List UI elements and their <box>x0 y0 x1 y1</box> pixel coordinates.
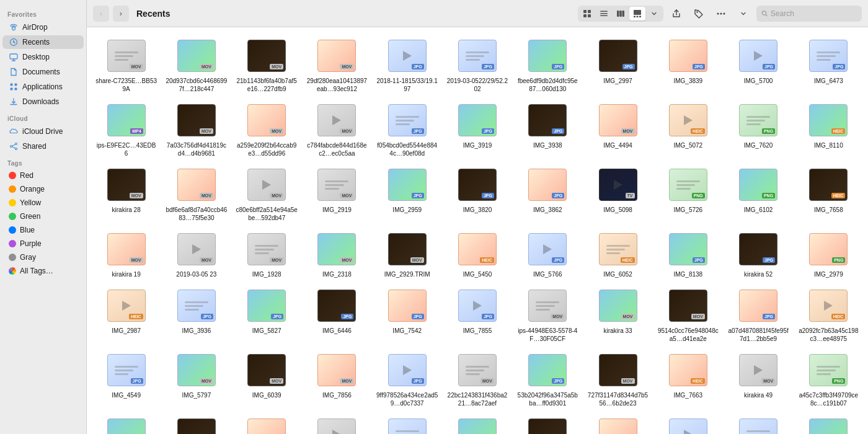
list-item[interactable]: JPG IMG_5700 <box>724 33 792 95</box>
list-item[interactable]: JPG IMG_3820 <box>443 162 512 224</box>
list-item[interactable]: JPG IMG_5709 <box>373 412 441 434</box>
gallery-view-button[interactable] <box>629 7 645 20</box>
list-item[interactable]: PNG a45c7c3ffb3f49709ce8c…c191b07 <box>794 348 863 410</box>
list-item[interactable]: MOV share-C7235E…BB539A <box>92 33 161 95</box>
sidebar-item-desktop[interactable]: Desktop <box>2 50 84 64</box>
list-item[interactable]: MOV 2019-03-05 23 <box>162 227 231 281</box>
list-item[interactable]: MOV IMG_5797 <box>162 348 231 410</box>
list-item[interactable]: HEIC IMG_5072 <box>653 98 722 160</box>
sidebar-item-all-tags[interactable]: All Tags… <box>2 265 84 277</box>
list-item[interactable]: HEIC IMG_6052 <box>583 227 652 281</box>
sidebar-item-shared[interactable]: Shared <box>2 140 84 153</box>
sidebar-item-downloads[interactable]: Downloads <box>2 95 84 108</box>
list-item[interactable]: PNG IMG_5726 <box>653 162 722 224</box>
list-item[interactable]: HEIC IMG_7663 <box>653 348 722 410</box>
list-item[interactable]: MOV 7a03c756df4d41819cd4…d4b9681 <box>162 98 231 160</box>
list-item[interactable]: JPG 99FADCC8-1C25-432D-…6A81A4B <box>653 412 722 434</box>
more-chevron-button[interactable] <box>734 6 753 22</box>
list-item[interactable]: JPG IMG_3938 <box>513 98 582 160</box>
sidebar-item-tag-orange[interactable]: Orange <box>2 183 84 195</box>
list-item[interactable]: MOV IMG_7895 <box>583 412 652 434</box>
list-item[interactable]: MOV c80e6bff2a514e94a5ebe…592db47 <box>232 162 301 224</box>
list-item[interactable]: MOV IMG_4494 <box>583 98 652 160</box>
more-options-button[interactable] <box>712 6 730 22</box>
list-item[interactable]: JPG a07d4870881f45fe95f7d1…2bb5e9 <box>724 283 792 345</box>
list-item[interactable]: MOV IMG_2318 <box>303 227 371 281</box>
list-item[interactable]: TV IMG_5098 <box>583 162 652 224</box>
list-item[interactable]: JPG IMG_8138 <box>653 227 722 281</box>
search-input[interactable] <box>771 9 857 18</box>
list-item[interactable]: JPG IMG_7844 <box>513 412 582 434</box>
list-item[interactable]: MOV kirakira 49 <box>724 348 792 410</box>
sidebar-item-icloud-drive[interactable]: iCloud Drive <box>2 125 84 138</box>
list-item[interactable]: MOV kirakira 28 <box>92 162 161 224</box>
list-item[interactable]: PNG IMG_6102 <box>724 162 792 224</box>
list-item[interactable]: JPG IMG_5827 <box>232 283 301 345</box>
list-item[interactable]: JPG fbee6df9db2d4dfc95e87…060d130 <box>513 33 582 95</box>
view-options-dropdown-button[interactable] <box>646 7 662 20</box>
list-item[interactable]: HEIC IMG_5450 <box>443 227 512 281</box>
list-item[interactable]: MOV c784fabcde844d168ec2…ec0c5aa <box>303 98 371 160</box>
list-item[interactable]: MOV IMG_2929.TRIM <box>373 227 441 281</box>
icon-view-button[interactable] <box>579 7 595 20</box>
list-item[interactable]: JPG IMG_7542 <box>373 283 441 345</box>
list-item[interactable]: MOV a259e209f2b64ccab9e3…d55dd96 <box>232 98 301 160</box>
list-item[interactable]: JPG 2019-03-0522/29/52.202 <box>443 33 512 95</box>
list-item[interactable]: JPG IMG_3936 <box>162 283 231 345</box>
list-item[interactable]: HEIC IMG_8110 <box>794 98 863 160</box>
list-item[interactable]: MOV 9514c0cc76e948048ca5…d41ea2e <box>653 283 722 345</box>
list-item[interactable]: MOV IMG_3154.TRIM <box>303 412 371 434</box>
list-item[interactable]: JPG IMG_6446 <box>303 283 371 345</box>
list-item[interactable]: JPG IMG_5766 <box>513 227 582 281</box>
list-view-button[interactable] <box>596 7 612 20</box>
list-item[interactable]: JPG IMG_4549 <box>92 348 161 410</box>
sidebar-item-tag-gray[interactable]: Gray <box>2 251 84 264</box>
list-item[interactable]: JPG IMG_2997 <box>583 33 652 95</box>
list-item[interactable]: MP4 ips-E9FE2C…43EDB6 <box>92 98 161 160</box>
list-item[interactable]: MOV IMG_7833 <box>443 412 512 434</box>
list-item[interactable]: PNG IMG_7620 <box>724 98 792 160</box>
list-item[interactable]: MOV IMG_2929 <box>232 412 301 434</box>
list-item[interactable]: JPG e7b61b3407884bf497b52…2da81b <box>162 412 231 434</box>
forward-button[interactable]: › <box>113 6 129 22</box>
list-item[interactable]: JPG 2018-11-1815/33/19.197 <box>373 33 441 95</box>
share-button[interactable] <box>667 6 686 22</box>
list-item[interactable]: MOV IMG_6039 <box>232 348 301 410</box>
list-item[interactable]: JPG IMG_7855 <box>443 283 512 345</box>
list-item[interactable]: MOV 29df280eaa10413897eab…93ec912 <box>303 33 371 95</box>
list-item[interactable]: MOV ips-44948E63-5578-4F…30F05CF <box>513 283 582 345</box>
back-button[interactable]: ‹ <box>93 6 109 22</box>
list-item[interactable]: JPG IMG_2959 <box>373 162 441 224</box>
list-item[interactable]: MOV bdf6e6af8d7a40ccb4683…75f5e30 <box>162 162 231 224</box>
list-item[interactable]: JPG IMG_3919 <box>443 98 512 160</box>
sidebar-item-recents[interactable]: Recents <box>2 35 84 49</box>
list-item[interactable]: JPG f054bcd0ed5544e8844c…90ef08d <box>373 98 441 160</box>
list-item[interactable]: HEIC a2092fc7b63a45c198c3…ee48975 <box>794 283 863 345</box>
list-item[interactable]: HEIC c223b3b8ad11442f8c28…7328d04 <box>92 412 161 434</box>
list-item[interactable]: MOV kirakira 33 <box>583 283 652 345</box>
list-item[interactable]: MOV IMG_1928 <box>232 227 301 281</box>
list-item[interactable]: HEIC IMG_2987 <box>92 283 161 345</box>
list-item[interactable]: PNG IMG_2979 <box>794 227 863 281</box>
sidebar-item-tag-yellow[interactable]: Yellow <box>2 197 84 209</box>
list-item[interactable]: JPG a14efb2af110444 7aeaad7…722ac6 <box>724 412 792 434</box>
list-item[interactable]: HEIC IMG_2904 <box>794 412 863 434</box>
sidebar-item-applications[interactable]: Applications <box>2 80 84 94</box>
sidebar-item-documents[interactable]: Documents <box>2 65 84 79</box>
search-box[interactable] <box>756 6 862 22</box>
sidebar-item-tag-red[interactable]: Red <box>2 169 84 182</box>
column-view-button[interactable] <box>613 7 629 20</box>
list-item[interactable]: JPG IMG_3862 <box>513 162 582 224</box>
list-item[interactable]: MOV IMG_2919 <box>303 162 371 224</box>
list-item[interactable]: JPG IMG_3839 <box>653 33 722 95</box>
list-item[interactable]: MOV 727f31147d8344d7b556…6b2de23 <box>583 348 652 410</box>
sidebar-item-tag-purple[interactable]: Purple <box>2 237 84 250</box>
sidebar-item-tag-green[interactable]: Green <box>2 210 84 223</box>
list-item[interactable]: MOV 21b1143bf6fa40b7af5e16…227dfb9 <box>232 33 301 95</box>
list-item[interactable]: JPG 53b2042f96a3475a5bba…ff0d9301 <box>513 348 582 410</box>
list-item[interactable]: MOV kirakira 19 <box>92 227 161 281</box>
tag-button[interactable] <box>689 6 708 22</box>
list-item[interactable]: MOV 22bc1243831f436ba221…8ac72aef <box>443 348 512 410</box>
list-item[interactable]: MOV 20d937cbd6c44686997f…218c447 <box>162 33 231 95</box>
list-item[interactable]: HEIC IMG_7658 <box>794 162 863 224</box>
